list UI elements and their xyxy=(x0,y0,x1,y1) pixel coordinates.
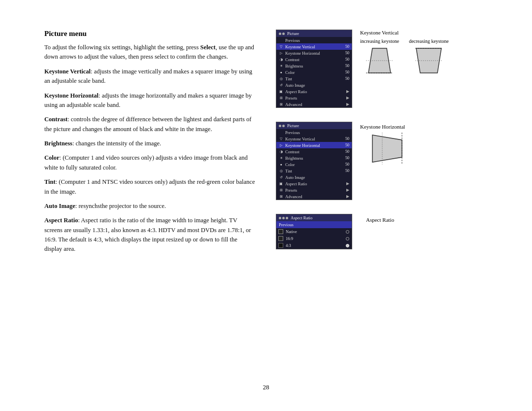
menu2-dots xyxy=(279,125,285,127)
m2-kv-icon: ▽ xyxy=(279,137,283,141)
dot6 xyxy=(282,217,285,219)
left-column: Picture menu To adjust the following six… xyxy=(44,30,256,259)
dot3 xyxy=(279,125,281,127)
native-icon xyxy=(278,229,283,234)
menu2-item-kv[interactable]: ▽ Keystone Vertical 50 xyxy=(276,136,352,142)
menu1-item-brightness[interactable]: ☀ Brightness 50 xyxy=(276,63,352,69)
aspect43-label: 4:3 xyxy=(286,243,343,248)
advanced-icon: ⊠ xyxy=(279,102,283,106)
keystone-horizontal-text: Keystone Horizontal: adjusts the image h… xyxy=(44,91,256,110)
tint-text: Tint: (Computer 1 and NTSC video sources… xyxy=(44,177,256,197)
menu2-item-presets[interactable]: ⊞ Presets ▶ xyxy=(276,187,352,193)
menu2-item-aspect[interactable]: ▣ Aspect Ratio ▶ xyxy=(276,180,352,187)
dot2 xyxy=(282,33,285,35)
presets-icon: ⊞ xyxy=(279,96,283,100)
keystone-vertical-info: Keystone Vertical increasing keystone xyxy=(360,30,488,75)
menu1-item-presets[interactable]: ⊞ Presets ▶ xyxy=(276,95,352,101)
dot4 xyxy=(282,125,285,127)
menu1-title-bar: Picture xyxy=(276,30,352,37)
menu1-item-kv[interactable]: ▽ Keystone Vertical 50 xyxy=(276,43,352,50)
menu2-item-brightness[interactable]: ☀ Brightness 50 xyxy=(276,155,352,161)
native-label: Native xyxy=(286,229,343,234)
menu1-item-color[interactable]: ● Color 50 xyxy=(276,69,352,75)
decreasing-keystone-shape xyxy=(415,46,442,75)
aspect-ratio-section: Aspect Ratio Previous Native 16:9 xyxy=(276,214,488,249)
menu-box-1-wrapper: Picture Previous ▽ Keystone Vertical 50 xyxy=(276,30,352,108)
aspect-outside-label: Aspect Ratio xyxy=(366,217,394,223)
contrast-icon: ◑ xyxy=(279,57,283,62)
aspect-item-43[interactable]: 4:3 xyxy=(276,242,352,249)
increasing-label: increasing keystone xyxy=(360,38,399,44)
aspect169-radio[interactable] xyxy=(346,237,349,240)
native-radio[interactable] xyxy=(346,230,349,234)
aspect169-label: 16:9 xyxy=(286,236,343,241)
m2-tint-icon: ◎ xyxy=(279,169,283,173)
auto-icon: ↺ xyxy=(279,83,283,87)
aspect43-icon xyxy=(278,243,283,248)
keystone-horizontal-label: Keystone Horizontal xyxy=(360,124,405,130)
menu-dots xyxy=(279,33,285,35)
right-column: Picture Previous ▽ Keystone Vertical 50 xyxy=(276,30,488,253)
page-title: Picture menu xyxy=(44,30,256,38)
aspect-item-native[interactable]: Native xyxy=(276,228,352,235)
kh-icon: ▷ xyxy=(279,51,283,55)
aspect169-icon xyxy=(278,236,283,241)
menu1-item-advanced[interactable]: ⊠ Advanced ▶ xyxy=(276,101,352,107)
menu2-item-color[interactable]: ● Color 50 xyxy=(276,161,352,168)
svg-marker-0 xyxy=(368,48,391,73)
aspect-ratio-text: Aspect Ratio: Aspect ratio is the ratio … xyxy=(44,216,256,254)
aspect-menu-dots xyxy=(279,217,288,219)
dot7 xyxy=(286,217,288,219)
m2-prev-icon xyxy=(279,130,283,135)
m2-color-icon: ● xyxy=(279,162,283,167)
menu1-item-tint[interactable]: ◎ Tint 50 xyxy=(276,75,352,82)
menu-section-2: Picture Previous ▽ Keystone Vertical 50 xyxy=(276,122,488,200)
intro-paragraph: To adjust the following six settings, hi… xyxy=(44,43,256,62)
menu2-item-auto[interactable]: ↺ Auto Image xyxy=(276,174,352,180)
m2-advanced-icon: ⊠ xyxy=(279,194,283,199)
aspect-item-169[interactable]: 16:9 xyxy=(276,235,352,242)
page-number: 28 xyxy=(263,383,269,391)
menu-box-2-wrapper: Picture Previous ▽ Keystone Vertical 50 xyxy=(276,122,352,200)
aspect-title: Aspect Ratio xyxy=(291,215,312,220)
brightness-text: Brightness: changes the intensity of the… xyxy=(44,139,256,148)
aspect-title-bar: Aspect Ratio xyxy=(276,214,352,221)
menu2-item-contrast[interactable]: ◑ Contrast 50 xyxy=(276,148,352,155)
page-container: Picture menu To adjust the following six… xyxy=(0,0,532,411)
dot5 xyxy=(279,217,281,219)
color-text: Color: (Computer 1 and video sources onl… xyxy=(44,153,256,172)
menu2-item-kh[interactable]: ▷ Keystone Horizontal 50 xyxy=(276,142,352,148)
m2-kh-icon: ▷ xyxy=(279,143,283,147)
increasing-group: increasing keystone xyxy=(360,38,399,75)
decreasing-label: decreasing keystone xyxy=(409,38,449,44)
increasing-keystone-shape xyxy=(366,46,393,75)
color-icon: ● xyxy=(279,70,283,74)
aspect-outside-label-wrapper: Aspect Ratio xyxy=(366,216,394,224)
menu2-item-advanced[interactable]: ⊠ Advanced ▶ xyxy=(276,193,352,200)
picture-menu-2: Picture Previous ▽ Keystone Vertical 50 xyxy=(276,122,352,200)
menu1-item-previous[interactable]: Previous xyxy=(276,37,352,43)
menu2-item-previous[interactable]: Previous xyxy=(276,129,352,136)
menu1-item-contrast[interactable]: ◑ Contrast 50 xyxy=(276,56,352,63)
svg-marker-6 xyxy=(372,135,402,162)
keystone-horizontal-shape xyxy=(360,133,404,165)
keystone-vertical-text: Keystone Vertical: adjusts the image ver… xyxy=(44,67,256,86)
keystone-vertical-label: Keystone Vertical xyxy=(360,30,488,35)
menu2-title: Picture xyxy=(287,123,299,128)
m2-aspect-icon: ▣ xyxy=(279,181,283,186)
aspect-ratio-menu: Aspect Ratio Previous Native 16:9 xyxy=(276,214,352,249)
prev-icon xyxy=(279,38,283,42)
menu1-item-kh[interactable]: ▷ Keystone Horizontal 50 xyxy=(276,50,352,56)
m2-contrast-icon: ◑ xyxy=(279,149,283,154)
menu1-item-auto[interactable]: ↺ Auto Image xyxy=(276,82,352,88)
aspect-icon: ▣ xyxy=(279,89,283,94)
aspect-previous-item[interactable]: Previous xyxy=(276,221,352,228)
main-content: Picture menu To adjust the following six… xyxy=(44,30,488,259)
decreasing-group: decreasing keystone xyxy=(409,38,449,75)
m2-auto-icon: ↺ xyxy=(279,175,283,179)
contrast-text: Contrast: controls the degree of differe… xyxy=(44,115,256,134)
aspect43-radio[interactable] xyxy=(346,244,349,247)
menu2-title-bar: Picture xyxy=(276,122,352,129)
menu1-item-aspect[interactable]: ▣ Aspect Ratio ▶ xyxy=(276,88,352,95)
menu2-item-tint[interactable]: ◎ Tint 50 xyxy=(276,168,352,174)
